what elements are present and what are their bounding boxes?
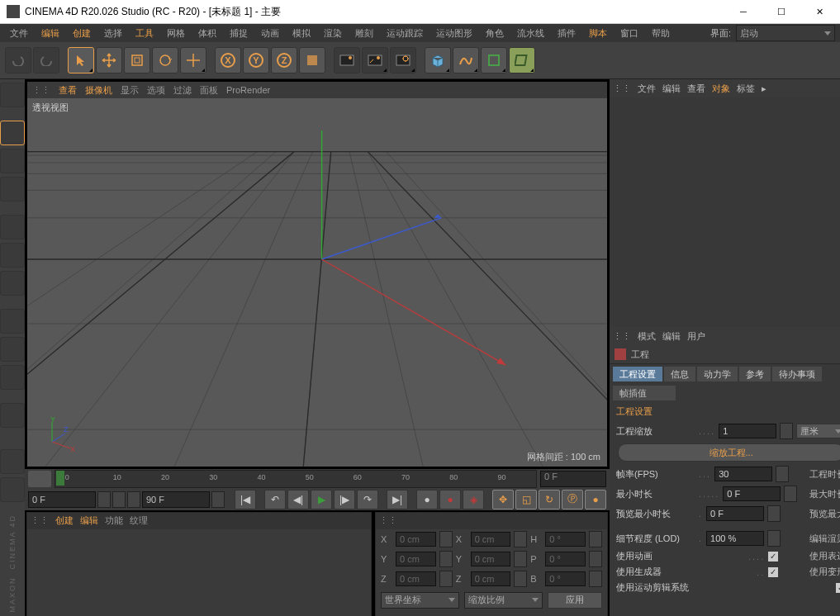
maximize-button[interactable]: ☐: [762, 0, 800, 23]
om-grip-icon[interactable]: ⋮⋮: [613, 83, 631, 94]
menu-volume[interactable]: 体积: [193, 26, 221, 41]
menu-mograph[interactable]: 运动图形: [431, 26, 477, 41]
key-scale-button[interactable]: ◱: [515, 490, 537, 509]
mat-tab-function[interactable]: 功能: [105, 514, 123, 527]
redo-button[interactable]: [33, 47, 59, 73]
vp-nav-1[interactable]: [544, 83, 558, 97]
om-menu-file[interactable]: 文件: [638, 83, 656, 95]
size-y-spin[interactable]: [514, 551, 527, 567]
points-mode-button[interactable]: [0, 215, 25, 239]
snap-button[interactable]: [0, 449, 25, 474]
am-tab-dynamics[interactable]: 动力学: [697, 367, 738, 381]
mat-tab-texture[interactable]: 纹理: [130, 514, 148, 527]
pos-y-field[interactable]: 0 cm: [396, 552, 436, 566]
pos-x-spin[interactable]: [439, 531, 453, 547]
menu-animate[interactable]: 动画: [256, 26, 284, 41]
am-subtab-interp[interactable]: 帧插值: [613, 386, 676, 400]
mat-tab-create[interactable]: 创建: [55, 514, 74, 527]
om-eye-icon[interactable]: [818, 82, 831, 95]
mat-grip-icon[interactable]: ⋮⋮: [31, 515, 49, 526]
generator-button[interactable]: [481, 47, 507, 73]
proj-scale-field[interactable]: 1: [719, 424, 776, 438]
coord-apply-button[interactable]: 应用: [548, 592, 602, 609]
key-pos-button[interactable]: ✥: [492, 490, 514, 509]
menu-pipeline[interactable]: 流水线: [512, 26, 549, 41]
deformer-button[interactable]: [509, 47, 535, 73]
z-axis-button[interactable]: Z: [271, 47, 297, 73]
timeline-lock-button[interactable]: [28, 471, 51, 487]
menu-help[interactable]: 帮助: [647, 26, 675, 41]
range-start-next[interactable]: [127, 491, 140, 508]
render-view-button[interactable]: [334, 47, 360, 73]
edges-mode-button[interactable]: [0, 243, 25, 268]
use-gen-checkbox[interactable]: ✓: [768, 567, 778, 577]
menu-simulate[interactable]: 模拟: [287, 26, 316, 41]
render-settings-button[interactable]: [390, 47, 416, 73]
menu-script[interactable]: 脚本: [584, 26, 612, 41]
pos-z-field[interactable]: 0 cm: [396, 571, 436, 586]
goto-end-button[interactable]: ▶|: [387, 490, 408, 509]
am-menu-user[interactable]: 用户: [687, 330, 705, 343]
vp-menu-prorender[interactable]: ProRender: [226, 85, 270, 95]
select-tool[interactable]: [68, 47, 94, 73]
coord-grip-icon[interactable]: ⋮⋮: [379, 515, 397, 526]
am-tab-info[interactable]: 信息: [664, 367, 695, 381]
menu-motiontrack[interactable]: 运动跟踪: [382, 26, 428, 41]
key-pla-button[interactable]: ●: [585, 490, 606, 509]
coord-space-dropdown[interactable]: 世界坐标: [381, 592, 459, 609]
vp-nav-3[interactable]: [574, 83, 587, 97]
menu-plugins[interactable]: 插件: [553, 26, 581, 41]
coord-system-button[interactable]: [299, 47, 325, 73]
menu-file[interactable]: 文件: [5, 26, 33, 41]
range-start-field[interactable]: 0 F: [28, 491, 96, 508]
use-anim-checkbox[interactable]: ✓: [768, 552, 778, 562]
size-x-field[interactable]: 0 cm: [471, 532, 511, 547]
model-mode-button[interactable]: [0, 121, 25, 145]
vp-menu-cameras[interactable]: 摄像机: [85, 84, 112, 97]
object-manager-body[interactable]: [610, 97, 840, 327]
close-button[interactable]: ✕: [800, 0, 838, 23]
y-axis-button[interactable]: Y: [243, 47, 269, 73]
viewport-solo-button[interactable]: [0, 403, 25, 428]
am-tab-ref[interactable]: 参考: [739, 367, 771, 381]
undo-button[interactable]: [5, 47, 31, 73]
am-grip-icon[interactable]: ⋮⋮: [613, 331, 631, 342]
keyframe-sel-button[interactable]: ◈: [463, 490, 484, 509]
menu-create[interactable]: 创建: [68, 26, 96, 41]
timeline-current-frame[interactable]: 0 F: [540, 471, 606, 487]
range-start-spin[interactable]: [97, 491, 111, 508]
interface-dropdown[interactable]: 启动: [736, 25, 835, 41]
menu-render[interactable]: 渲染: [319, 26, 347, 41]
scale-project-button[interactable]: 缩放工程...: [618, 443, 840, 462]
autokey-button[interactable]: ●: [439, 490, 461, 509]
record-button[interactable]: ●: [416, 490, 438, 509]
fps-field[interactable]: 30: [714, 467, 772, 481]
pos-x-field[interactable]: 0 cm: [396, 532, 436, 547]
next-key-button[interactable]: ↷: [357, 490, 378, 509]
coord-scale-dropdown[interactable]: 缩放比例: [464, 592, 543, 609]
pmin-spin[interactable]: [767, 505, 781, 522]
rot-h-field[interactable]: 0 °: [545, 532, 586, 547]
om-menu-tags[interactable]: 标签: [737, 83, 755, 95]
next-frame-button[interactable]: |▶: [334, 490, 355, 509]
om-menu-view[interactable]: 查看: [687, 83, 705, 95]
workplane-lock-button[interactable]: [0, 477, 25, 502]
am-tab-project[interactable]: 工程设置: [613, 367, 662, 381]
menu-character[interactable]: 角色: [481, 26, 509, 41]
size-z-spin[interactable]: [514, 571, 527, 587]
am-search-icon[interactable]: [818, 329, 831, 343]
size-z-field[interactable]: 0 cm: [471, 571, 511, 586]
vp-menu-display[interactable]: 显示: [121, 84, 139, 97]
axis-mode-button[interactable]: [0, 309, 25, 334]
make-editable-button[interactable]: [0, 83, 25, 107]
lod-field[interactable]: 100 %: [706, 531, 764, 546]
menu-snap[interactable]: 捕捉: [225, 26, 253, 41]
am-menu-edit[interactable]: 编辑: [662, 330, 681, 343]
rot-b-spin[interactable]: [589, 571, 602, 587]
size-x-spin[interactable]: [514, 531, 527, 547]
fps-spin[interactable]: [776, 466, 789, 482]
size-y-field[interactable]: 0 cm: [471, 552, 511, 566]
vp-menu-view[interactable]: 查看: [59, 84, 77, 97]
am-nav-next[interactable]: [788, 329, 801, 343]
rot-b-field[interactable]: 0 °: [545, 571, 586, 586]
